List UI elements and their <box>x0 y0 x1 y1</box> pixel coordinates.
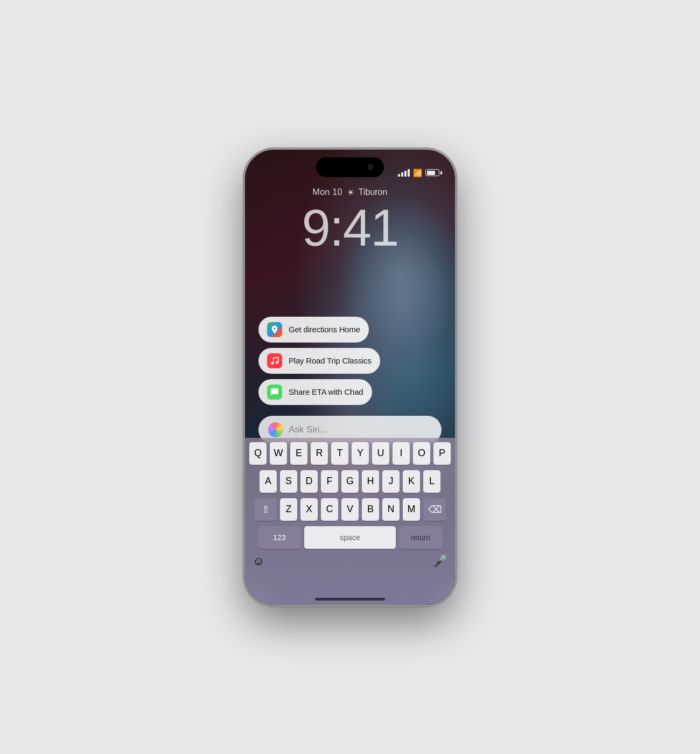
phone-frame: 📶 Mon 10 ☀ Tiburon 9:41 <box>245 150 455 605</box>
suggestion-directions[interactable]: Get directions Home <box>258 317 369 343</box>
messages-label: Share ETA with Chad <box>289 387 363 396</box>
space-key[interactable]: space <box>304 526 396 549</box>
numbers-key[interactable]: 123 <box>258 526 301 549</box>
key-b[interactable]: B <box>362 498 379 521</box>
directions-label: Get directions Home <box>289 325 360 334</box>
keyboard-row-bottom: 123 space return <box>247 526 453 549</box>
key-i[interactable]: I <box>393 442 410 465</box>
mic-icon[interactable]: 🎤 <box>433 554 447 568</box>
key-f[interactable]: F <box>321 470 338 493</box>
key-x[interactable]: X <box>300 498 318 521</box>
keyboard-rows: Q W E R T Y U I O P A S D F G <box>245 438 455 568</box>
keyboard: Q W E R T Y U I O P A S D F G <box>245 438 455 605</box>
return-key[interactable]: return <box>399 526 442 549</box>
keyboard-extra-row: ☺ 🎤 <box>247 554 453 568</box>
key-o[interactable]: O <box>413 442 430 465</box>
sun-icon: ☀ <box>347 187 354 198</box>
key-l[interactable]: L <box>423 470 440 493</box>
key-p[interactable]: P <box>433 442 451 465</box>
key-q[interactable]: Q <box>249 442 267 465</box>
camera-dot <box>368 164 373 170</box>
messages-app-icon <box>267 385 282 400</box>
maps-app-icon <box>267 322 282 337</box>
key-j[interactable]: J <box>382 470 400 493</box>
key-u[interactable]: U <box>372 442 389 465</box>
key-y[interactable]: Y <box>352 442 369 465</box>
lock-screen-content: Mon 10 ☀ Tiburon 9:41 <box>245 187 455 264</box>
date-label: Mon 10 <box>313 187 342 197</box>
key-s[interactable]: S <box>280 470 297 493</box>
screen: 📶 Mon 10 ☀ Tiburon 9:41 <box>245 150 455 605</box>
key-c[interactable]: C <box>321 498 338 521</box>
keyboard-row-1: Q W E R T Y U I O P <box>247 442 453 465</box>
svg-point-1 <box>271 362 274 365</box>
key-d[interactable]: D <box>300 470 318 493</box>
suggestion-messages[interactable]: Share ETA with Chad <box>258 379 372 405</box>
keyboard-row-2: A S D F G H J K L <box>247 470 453 493</box>
key-g[interactable]: G <box>341 470 359 493</box>
music-label: Play Road Trip Classics <box>289 356 372 365</box>
siri-orb-icon <box>268 422 283 437</box>
time-display: 9:41 <box>245 202 455 254</box>
signal-icon <box>398 169 410 177</box>
key-w[interactable]: W <box>270 442 287 465</box>
status-right: 📶 <box>398 169 442 177</box>
location-label: Tiburon <box>359 187 388 197</box>
emoji-icon[interactable]: ☺ <box>253 554 264 568</box>
dynamic-island <box>316 157 384 177</box>
key-n[interactable]: N <box>382 498 400 521</box>
wifi-icon: 📶 <box>413 169 422 177</box>
svg-point-2 <box>276 361 278 364</box>
key-k[interactable]: K <box>403 470 420 493</box>
delete-key[interactable]: ⌫ <box>423 498 446 521</box>
key-m[interactable]: M <box>403 498 420 521</box>
key-a[interactable]: A <box>260 470 277 493</box>
key-v[interactable]: V <box>341 498 359 521</box>
music-app-icon <box>267 353 282 368</box>
siri-placeholder: Ask Siri... <box>289 424 432 435</box>
key-t[interactable]: T <box>331 442 348 465</box>
key-z[interactable]: Z <box>280 498 297 521</box>
keyboard-row-3: ⇧ Z X C V B N M ⌫ <box>247 498 453 521</box>
key-e[interactable]: E <box>290 442 307 465</box>
battery-icon <box>425 169 442 176</box>
key-h[interactable]: H <box>362 470 379 493</box>
home-indicator[interactable] <box>315 598 385 601</box>
svg-point-0 <box>274 327 276 329</box>
date-weather-row: Mon 10 ☀ Tiburon <box>245 187 455 198</box>
siri-suggestions: Get directions Home Play Road Trip Class… <box>258 317 442 405</box>
shift-key[interactable]: ⇧ <box>254 498 277 521</box>
key-r[interactable]: R <box>311 442 328 465</box>
suggestion-music[interactable]: Play Road Trip Classics <box>258 348 380 374</box>
